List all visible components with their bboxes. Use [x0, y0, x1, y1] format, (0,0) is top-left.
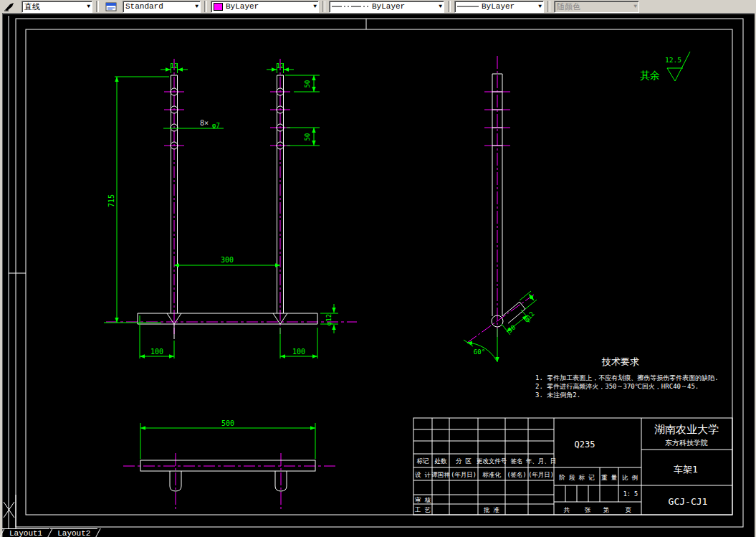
tb-college: 东方科技学院: [665, 439, 708, 447]
color-swatch: [214, 3, 223, 11]
chevron-down-icon: ▼: [313, 4, 317, 9]
tb-design-col: 标准化: [482, 471, 501, 478]
chevron-down-icon: ▼: [538, 4, 542, 9]
dim-hole-gap-top: 50: [304, 80, 311, 88]
tb-sheet-label: 共: [563, 506, 570, 513]
tb-rev-col: 签名: [511, 457, 523, 465]
lineweight-combo[interactable]: ByLayer ▼: [454, 1, 544, 13]
tab-layout2[interactable]: Layout2: [50, 528, 97, 537]
tech-req-title: 技术要求: [601, 356, 639, 367]
tb-design-col: 设 计: [415, 471, 431, 478]
side-view-outline: [492, 74, 525, 327]
tb-design-col: 谭国祥: [431, 471, 450, 478]
dim-hole-dia: φ7: [212, 122, 220, 129]
tb-part-name: 车架1: [674, 464, 698, 475]
tech-req-item: 1. 零件加工表面上，不应有划痕、擦伤等损伤零件表面的缺陷.: [535, 374, 719, 381]
tb-sheet-label: 张: [585, 506, 591, 513]
text-style-combo[interactable]: Standard ▼: [123, 1, 201, 13]
tb-rev-col: 年、月、日: [526, 457, 557, 465]
sheet-frame: [9, 16, 743, 528]
tb-audit-label: 审 核: [415, 496, 431, 503]
surface-note-prefix: 其余: [640, 70, 660, 81]
side-view-centerlines: [467, 56, 534, 343]
dim-base-length: 500: [221, 419, 234, 427]
tb-sheet-label: 页: [625, 506, 632, 513]
linetype-sample: [332, 5, 369, 8]
tb-sheet-label: 第: [603, 506, 610, 513]
lineweight-combo-value: ByLayer: [482, 2, 515, 11]
plotstyle-combo: 随颜色 ▼: [554, 1, 639, 13]
tech-req-item: 2. 零件进行高频淬火，350～370℃回火，HRC40～45.: [535, 383, 699, 390]
tb-scale-value: 1: 5: [623, 490, 638, 498]
bottom-view-outline: [140, 460, 315, 491]
front-view-dimensions: [104, 63, 338, 358]
layout-tab-bar: Layout1 Layout2: [1, 528, 98, 537]
line-tool-icon[interactable]: [1, 1, 19, 12]
tb-design-col: (签名): [507, 471, 526, 478]
tab-layout1[interactable]: Layout1: [2, 528, 49, 537]
dim-post-width-left: 12: [171, 62, 178, 70]
front-view-outline: [138, 75, 317, 339]
chevron-down-icon: ▼: [87, 4, 90, 9]
plotstyle-combo-value: 随颜色: [557, 1, 580, 12]
lineweight-sample: [457, 5, 479, 8]
command-combo[interactable]: 直线 ▼: [21, 1, 92, 13]
dim-hole-gap-bottom: 50: [304, 133, 311, 141]
tb-design-col: (年月日): [528, 471, 554, 478]
bottom-view-centerlines: [123, 453, 335, 510]
object-properties-toolbar: 直线 ▼ Standard ▼ ByLayer ▼ ByLayer ▼ ByLa…: [0, 0, 756, 14]
ucs-icon: [4, 495, 16, 528]
text-style-combo-value: Standard: [125, 2, 163, 11]
tb-scale-label: 比 例: [622, 474, 638, 481]
drawing-canvas[interactable]: 12 12 50 50 8× φ7 715 300 100 100 φ12 φ1…: [0, 13, 756, 537]
tb-stage-label: 阶 段 标 记: [559, 474, 595, 481]
tb-design-col: (年月日): [451, 471, 477, 478]
tb-rev-col: 处数: [435, 457, 448, 465]
text-style-icon[interactable]: [102, 1, 120, 12]
bottom-view-dimensions: [140, 423, 315, 459]
linetype-combo-value: ByLayer: [372, 2, 405, 11]
dim-post-width-right: 12: [277, 62, 284, 70]
dim-post-spacing: 300: [221, 256, 234, 264]
command-combo-value: 直线: [24, 1, 40, 12]
tb-university: 湖南农业大学: [654, 423, 719, 436]
dim-hole-count: 8×: [200, 119, 209, 127]
toolbar-separator: [204, 1, 207, 12]
linetype-combo[interactable]: ByLayer ▼: [329, 1, 444, 13]
tb-rev-col: 分 区: [456, 457, 472, 465]
toolbar-separator: [96, 1, 99, 12]
surface-roughness-value: 12.5: [665, 56, 681, 64]
chevron-down-icon: ▼: [633, 4, 637, 9]
toolbar-separator: [322, 1, 325, 12]
dim-foot-left: 100: [150, 348, 163, 356]
tech-req-item: 3. 未注倒角2.: [535, 391, 580, 399]
dim-post-height: 715: [107, 194, 115, 207]
tb-approve-label: 批 准: [483, 506, 500, 513]
dim-bar-dia: φ12: [325, 314, 332, 325]
tb-rev-col: 更改文件号: [477, 457, 507, 465]
toolbar-separator: [547, 1, 550, 12]
chevron-down-icon: ▼: [439, 4, 442, 9]
tb-process-label: 工 艺: [414, 506, 431, 513]
tb-material: Q235: [575, 439, 595, 450]
tb-drawing-no: GCJ-CJ1: [669, 496, 708, 507]
tb-weight-label: 重 量: [601, 474, 618, 481]
toolbar-separator: [448, 1, 451, 12]
dim-bend-angle: 60°: [474, 348, 485, 356]
front-view-centerlines: [106, 59, 357, 334]
color-combo[interactable]: ByLayer ▼: [211, 1, 319, 13]
chevron-down-icon: ▼: [195, 4, 198, 9]
dim-foot-right: 100: [292, 348, 305, 356]
color-combo-value: ByLayer: [226, 2, 259, 11]
dim-stub-dia: φ12: [523, 310, 536, 324]
tb-rev-col: 标记: [417, 457, 430, 465]
